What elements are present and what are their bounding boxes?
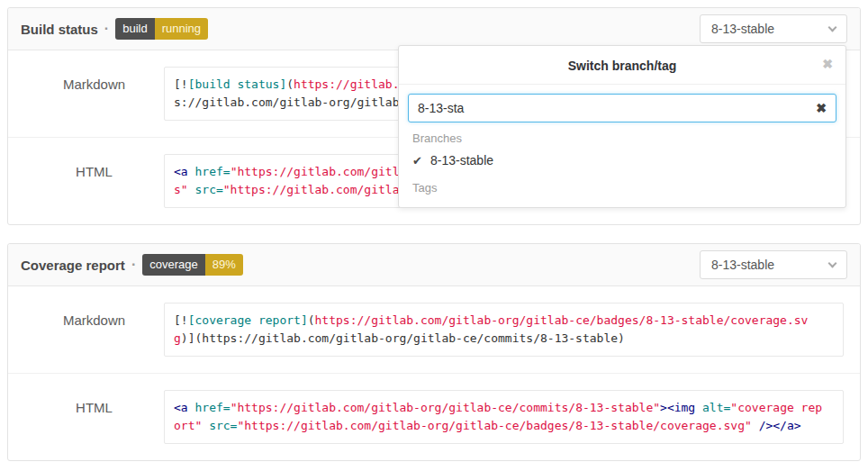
check-icon: ✔ (412, 154, 430, 168)
branch-option[interactable]: ✔ 8-13-stable (408, 149, 836, 172)
html-label: HTML (24, 390, 164, 415)
badge-title: Coverage report (21, 258, 125, 273)
branch-selector-button[interactable]: 8-13-stable (700, 250, 847, 279)
popup-body: ✖ Branches ✔ 8-13-stable Tags (399, 85, 845, 200)
html-row: HTML <a href="https://gitlab.com/gitlab-… (8, 373, 860, 460)
markdown-label: Markdown (24, 303, 164, 328)
html-label: HTML (24, 154, 164, 179)
badge-key: coverage (142, 254, 204, 276)
branch-option-label: 8-13-stable (430, 153, 493, 168)
tags-section-header: Tags (408, 172, 836, 198)
badge-panel-build-heading: Build status · build running 8-13-stable (8, 8, 860, 50)
markdown-code-box: [![coverage report](https://gitlab.com/g… (164, 303, 844, 357)
popup-close-button[interactable]: ✖ (820, 56, 835, 72)
badges-settings-page: Build status · build running 8-13-stable… (0, 0, 868, 471)
branch-selector-value: 8-13-stable (711, 258, 774, 272)
badge-preview: coverage 89% (142, 254, 243, 276)
branch-search-input[interactable] (408, 94, 836, 122)
branch-selector-value: 8-13-stable (711, 22, 774, 36)
branches-section-header: Branches (408, 122, 836, 149)
badge-preview: build running (115, 18, 208, 40)
html-code: <a href="https://gitlab.com/gitlab-org/g… (174, 399, 824, 435)
title-separator: · (131, 257, 136, 273)
clear-icon: ✖ (816, 101, 827, 115)
badge-title: Build status (21, 22, 98, 37)
badge-panel-coverage: Coverage report · coverage 89% 8-13-stab… (7, 243, 861, 461)
badge-value: 89% (205, 254, 243, 276)
switch-branch-popup: Switch branch/tag ✖ ✖ Branches ✔ 8-13-st… (398, 45, 846, 208)
chevron-down-icon (828, 258, 837, 267)
badge-panel-coverage-heading: Coverage report · coverage 89% 8-13-stab… (8, 244, 860, 286)
branch-selector-button[interactable]: 8-13-stable (700, 14, 847, 43)
clear-search-button[interactable]: ✖ (808, 94, 835, 122)
popup-title: Switch branch/tag (568, 59, 677, 73)
popup-header: Switch branch/tag ✖ (399, 46, 845, 85)
badge-key: build (115, 18, 154, 40)
markdown-label: Markdown (24, 67, 164, 92)
markdown-row: Markdown [![coverage report](https://git… (8, 286, 860, 373)
title-separator: · (104, 21, 109, 37)
close-icon: ✖ (822, 57, 833, 71)
markdown-code: [![coverage report](https://gitlab.com/g… (174, 312, 824, 348)
badge-value: running (155, 18, 208, 40)
branch-search: ✖ (408, 94, 836, 122)
chevron-down-icon (828, 23, 837, 32)
html-code-box: <a href="https://gitlab.com/gitlab-org/g… (164, 390, 844, 444)
